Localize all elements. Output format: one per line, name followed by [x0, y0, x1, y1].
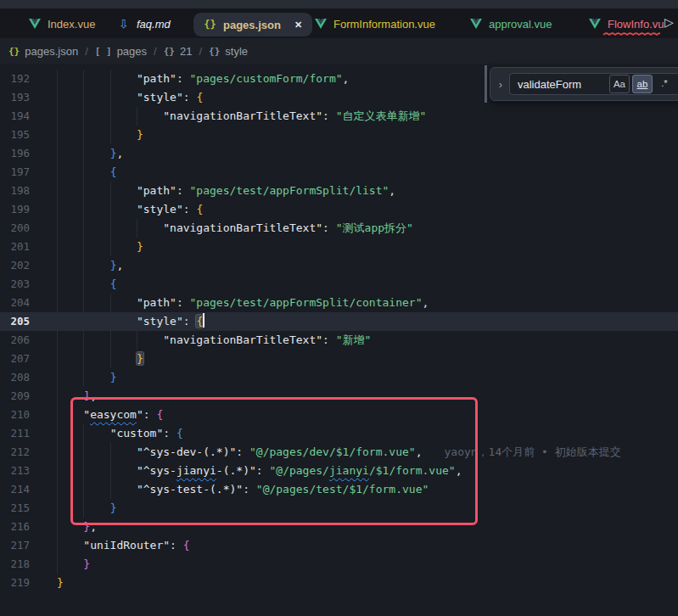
indent-guide: [110, 312, 111, 331]
line-number: 208: [0, 368, 30, 387]
indent-guide: [110, 462, 111, 480]
tab-label: approval.vue: [489, 18, 552, 31]
code-line-205[interactable]: 205 "style": {: [0, 312, 678, 331]
code-line-211[interactable]: 211 "custom": {: [0, 424, 678, 443]
indent-guide: [83, 70, 84, 88]
line-number: 207: [0, 350, 30, 368]
tab-faq-md[interactable]: ⇩faq.md: [117, 12, 171, 36]
code-line-204[interactable]: 204 "path": "pages/test/appFormSplit/con…: [0, 294, 678, 312]
breadcrumb-item-pages-json[interactable]: {}pages.json: [8, 45, 78, 58]
code-line-202[interactable]: 202 },: [0, 256, 678, 275]
editor[interactable]: 192 "path": "pages/customForm/form",193 …: [0, 64, 678, 616]
code-line-219[interactable]: 219}: [0, 574, 678, 592]
line-content: }: [30, 238, 143, 256]
indent-guide: [83, 480, 84, 499]
line-content: "navigationBarTitleText": "测试app拆分": [30, 219, 413, 238]
code-line-218[interactable]: 218 }: [0, 555, 678, 574]
indent-guide: [57, 163, 58, 182]
line-number: 215: [0, 499, 30, 518]
vue-icon: [315, 19, 327, 29]
vue-icon: [470, 19, 482, 29]
breadcrumb-label: pages: [117, 45, 147, 58]
tab-label: FlowInfo.vu: [608, 18, 664, 31]
code-line-213[interactable]: 213 "^sys-jianyi-(.*)": "@/pages/jianyi/…: [0, 462, 678, 480]
indent-guide: [83, 350, 84, 368]
code-line-198[interactable]: 198 "path": "pages/test/appFormSplit/lis…: [0, 182, 678, 200]
code-line-212[interactable]: 212 "^sys-dev-(.*)": "@/pages/dev/$1/for…: [0, 443, 678, 462]
indent-guide: [83, 219, 84, 238]
line-content: ],: [30, 387, 97, 406]
line-content: "navigationBarTitleText": "自定义表单新增": [30, 107, 426, 126]
code-line-194[interactable]: 194 "navigationBarTitleText": "自定义表单新增": [0, 107, 678, 126]
breadcrumb-label: pages.json: [25, 45, 78, 58]
code-line-195[interactable]: 195 }: [0, 126, 678, 144]
indent-guide: [57, 555, 58, 574]
indent-guide: [83, 256, 84, 275]
indent-guide: [83, 144, 84, 163]
breadcrumb-label: 21: [180, 45, 192, 58]
tab-flowinfo-vu[interactable]: FlowInfo.vu: [588, 12, 664, 36]
tab-close-icon[interactable]: ✕: [294, 20, 302, 31]
code-line-216[interactable]: 216 },: [0, 518, 678, 536]
code-line-196[interactable]: 196 },: [0, 144, 678, 163]
line-number: 204: [0, 294, 30, 312]
line-content: },: [30, 144, 123, 163]
code-line-208[interactable]: 208 }: [0, 368, 678, 387]
code-line-210[interactable]: 210 "easycom": {: [0, 406, 678, 424]
line-number: 211: [0, 424, 30, 443]
tab-label: FormInformation.vue: [333, 18, 435, 31]
tab-forminformation-vue[interactable]: FormInformation.vue: [314, 12, 435, 36]
find-input[interactable]: [518, 78, 609, 91]
line-content: }: [30, 555, 90, 574]
indent-guide: [57, 144, 58, 163]
line-number: 205: [0, 312, 30, 331]
match-case-toggle[interactable]: Aa: [609, 75, 630, 93]
line-number: 195: [0, 126, 30, 144]
indent-guide: [57, 238, 58, 256]
code-line-201[interactable]: 201 }: [0, 238, 678, 256]
indent-guide: [83, 88, 84, 107]
code-line-207[interactable]: 207 }: [0, 350, 678, 368]
find-expand-chevron-icon[interactable]: ›: [494, 78, 507, 91]
breadcrumb-item-21[interactable]: {}21: [164, 45, 193, 58]
code-line-209[interactable]: 209 ],: [0, 387, 678, 406]
find-widget-sash[interactable]: [485, 65, 487, 103]
indent-guide: [57, 368, 58, 387]
indent-guide: [57, 462, 58, 480]
code-line-203[interactable]: 203 {: [0, 275, 678, 294]
indent-guide: [83, 294, 84, 312]
indent-guide: [83, 462, 84, 480]
line-content: "custom": {: [30, 424, 183, 443]
code-line-215[interactable]: 215 }: [0, 499, 678, 518]
tab-approval-vue[interactable]: approval.vue: [469, 12, 552, 36]
code-line-206[interactable]: 206 "navigationBarTitleText": "新增": [0, 331, 678, 350]
line-content: {: [30, 275, 116, 294]
indent-guide: [110, 443, 111, 462]
indent-guide: [83, 238, 84, 256]
line-content: }: [30, 574, 64, 592]
indent-guide: [83, 107, 84, 126]
code-line-199[interactable]: 199 "style": {: [0, 200, 678, 219]
regex-toggle[interactable]: .*: [655, 75, 674, 92]
indent-guide: [110, 182, 111, 200]
tab-index-vue[interactable]: Index.vue: [28, 12, 95, 36]
indent-guide: [110, 480, 111, 499]
code-line-200[interactable]: 200 "navigationBarTitleText": "测试app拆分": [0, 219, 678, 238]
line-content: "^sys-dev-(.*)": "@/pages/dev/$1/form.vu…: [30, 443, 422, 462]
code-line-214[interactable]: 214 "^sys-test-(.*)": "@/pages/test/$1/f…: [0, 480, 678, 499]
tab-pages-json[interactable]: {}pages.json✕: [193, 13, 312, 36]
code-line-217[interactable]: 217 "uniIdRouter": {: [0, 536, 678, 555]
code-line-197[interactable]: 197 {: [0, 163, 678, 182]
breadcrumb-item-pages[interactable]: [ ]pages: [95, 45, 147, 58]
indent-guide: [57, 219, 58, 238]
line-content: {: [30, 163, 116, 182]
indent-guide: [83, 424, 84, 443]
git-blame-annotation: yaoyn，14个月前 • 初始版本提交: [422, 443, 620, 462]
vue-icon: [29, 19, 41, 29]
breadcrumb-separator: /: [85, 45, 88, 58]
whole-word-toggle[interactable]: ab: [632, 75, 653, 93]
tab-scroll-right-icon[interactable]: ▷: [664, 15, 674, 29]
breadcrumb-item-style[interactable]: {}style: [209, 45, 248, 58]
indent-guide: [83, 368, 84, 387]
indent-guide: [57, 424, 58, 443]
